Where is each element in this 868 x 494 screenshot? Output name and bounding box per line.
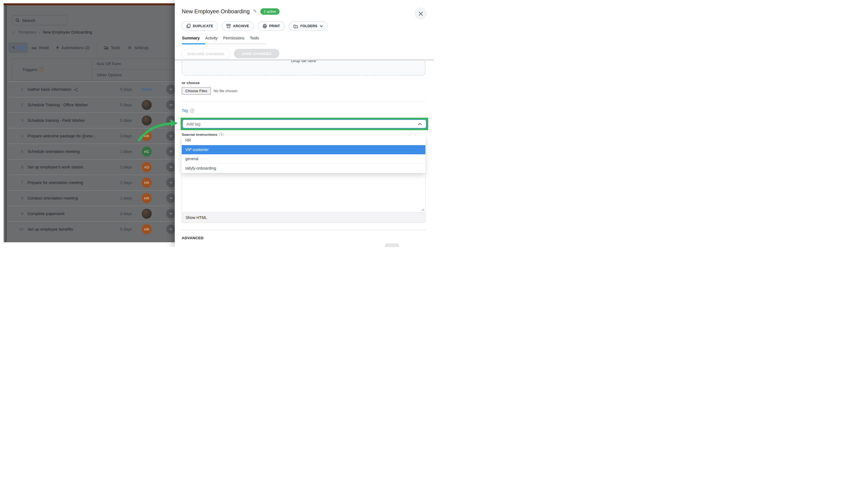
task-row[interactable]: 6Set up employee's work station2 daysAD — [7, 159, 175, 175]
tab-read[interactable]: Read — [28, 42, 52, 53]
task-expand-button[interactable] — [166, 225, 175, 234]
add-tag-input[interactable]: Add tag — [182, 119, 427, 129]
task-duration: 3 days — [110, 206, 132, 221]
avatar[interactable]: HR — [142, 193, 152, 203]
chevron-down-icon — [320, 25, 323, 27]
task-title[interactable]: Schedule Training - Office Worker — [28, 97, 88, 112]
breadcrumb-current: New Employee Onboarding — [43, 30, 92, 34]
discard-changes-button[interactable]: DISCARD CHANGES — [182, 49, 230, 59]
avatar[interactable] — [142, 100, 152, 110]
avatar[interactable] — [142, 209, 152, 219]
task-expand-button[interactable] — [166, 163, 175, 172]
chevron-down-icon — [169, 104, 173, 106]
collapsed-toggle[interactable] — [385, 243, 399, 247]
tag-option[interactable]: VIP customer — [182, 145, 426, 154]
task-duration: 2 days — [110, 159, 132, 175]
folders-button[interactable]: FOLDERS — [289, 21, 328, 31]
task-title[interactable]: Complete paperwork — [28, 206, 65, 221]
chevron-down-icon — [169, 166, 173, 168]
task-expand-button[interactable] — [166, 147, 175, 156]
edit-title-pencil-icon[interactable]: ✎ — [253, 8, 257, 14]
help-icon[interactable]: ? — [39, 67, 44, 72]
task-title[interactable]: Schedule training - Field Worker — [28, 113, 85, 128]
tab-activity[interactable]: Activity — [205, 36, 218, 44]
chevron-down-icon — [169, 213, 173, 215]
task-title[interactable]: Gather basic information — [28, 82, 78, 97]
archive-button[interactable]: ARCHIVE — [222, 21, 254, 31]
task-title[interactable]: Prepare welcome package for {{new-... — [28, 129, 97, 144]
search-input[interactable]: Search — [12, 15, 67, 25]
glasses-icon — [32, 46, 37, 50]
task-number: 3 — [7, 113, 23, 128]
trigger-kickoff-form[interactable]: Kick Off Form — [92, 59, 175, 70]
task-row[interactable]: 7Prepare for orientation meeting2 daysHR — [7, 175, 175, 190]
task-expand-button[interactable] — [166, 209, 175, 218]
print-button[interactable]: PRINT — [258, 21, 285, 31]
chevron-up-icon[interactable] — [418, 123, 422, 125]
task-title[interactable]: Set up employee benefits — [28, 222, 73, 237]
tab-tools[interactable]: Tools — [100, 42, 124, 53]
avatar[interactable]: HC — [142, 147, 152, 156]
task-row[interactable]: 1Gather basic information5 daysGuest — [7, 81, 175, 97]
save-changes-button[interactable]: SAVE CHANGES — [234, 49, 279, 58]
avatar[interactable]: HR — [142, 224, 152, 234]
share-icon[interactable] — [74, 88, 78, 92]
tag-option[interactable]: general — [182, 154, 426, 164]
tab-edit[interactable]: ✎ Edit — [8, 42, 28, 53]
chevron-down-icon — [169, 197, 173, 199]
breadcrumb-templates[interactable]: Templates — [18, 30, 36, 34]
task-row[interactable]: 2Schedule Training - Office Worker5 days — [7, 97, 175, 112]
print-icon — [263, 24, 267, 28]
active-count-badge[interactable]: 2 active — [260, 8, 279, 15]
tab-settings[interactable]: Settings — [124, 42, 152, 53]
guest-link[interactable]: Guest — [137, 82, 157, 97]
show-html-button[interactable]: Show HTML — [182, 212, 425, 223]
archive-icon — [227, 24, 231, 28]
task-row[interactable]: 10Set up employee benefits5 daysHR — [7, 221, 175, 237]
tag-help-icon[interactable]: ? — [190, 109, 194, 113]
triggers-table: Triggers ? Kick Off Form Other Options — [12, 58, 175, 80]
task-number: 4 — [7, 129, 23, 144]
task-title[interactable]: Set up employee's work station — [28, 159, 83, 175]
close-icon — [418, 12, 423, 16]
star-icon[interactable]: ☆ — [12, 30, 16, 34]
task-title[interactable]: Conduct orientation meeting — [28, 191, 78, 206]
task-expand-button[interactable] — [166, 193, 175, 203]
task-expand-button[interactable] — [166, 84, 175, 94]
tab-permissions[interactable]: Permissions — [223, 36, 245, 44]
template-nav-tabs: ✎ Edit Read Automations (3) Tools — [8, 42, 152, 54]
choose-files-button[interactable]: Choose Files — [182, 87, 211, 95]
chevron-down-icon — [169, 150, 173, 153]
tab-automations[interactable]: Automations (3) — [52, 42, 93, 53]
gear-icon — [128, 45, 132, 50]
duplicate-button[interactable]: DUPLICATE — [182, 21, 218, 31]
task-expand-button[interactable] — [166, 100, 175, 110]
task-row[interactable]: 9Complete paperwork3 days — [7, 206, 175, 221]
task-expand-button[interactable] — [166, 178, 175, 187]
task-number: 10 — [7, 222, 23, 237]
task-number: 7 — [7, 175, 23, 190]
task-number: 2 — [7, 97, 23, 112]
task-duration: 3 days — [110, 129, 132, 144]
task-row[interactable]: 8Conduct orientation meeting1 daysHR — [7, 190, 175, 206]
task-number: 5 — [7, 144, 23, 159]
task-title[interactable]: Schedule orientation meeting — [28, 144, 80, 159]
trigger-other-options[interactable]: Other Options — [92, 70, 175, 80]
tab-tools[interactable]: Tools — [250, 36, 259, 44]
task-duration: 5 days — [110, 97, 132, 112]
tag-option[interactable]: HR — [182, 136, 426, 145]
task-row[interactable]: 5Schedule orientation meeting1 daysHC — [7, 144, 175, 159]
close-button[interactable] — [415, 7, 427, 20]
task-number: 8 — [7, 191, 23, 206]
app-top-bar — [4, 3, 175, 5]
resize-handle-icon[interactable] — [421, 208, 424, 211]
avatar[interactable]: HR — [142, 178, 152, 188]
tab-summary[interactable]: Summary — [182, 36, 200, 44]
file-dropzone[interactable]: Drop file here — [182, 60, 426, 75]
panel-header: New Employee Onboarding ✎ 2 active DUPLI… — [175, 0, 434, 60]
tag-option[interactable]: tallyfy-onboarding — [182, 164, 426, 173]
file-input-row: Choose Files No file chosen — [182, 87, 237, 95]
avatar[interactable]: AD — [142, 162, 152, 172]
task-title[interactable]: Prepare for orientation meeting — [28, 175, 83, 190]
task-duration: 5 days — [110, 82, 132, 97]
